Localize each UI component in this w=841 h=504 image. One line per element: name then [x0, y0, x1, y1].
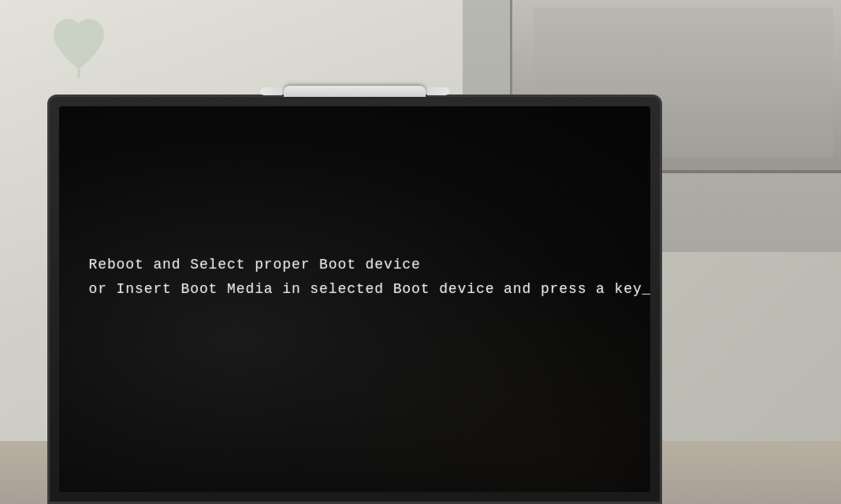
- monitor: Reboot and Select proper Boot device or …: [47, 94, 662, 504]
- boot-line-1: Reboot and Select proper Boot device: [89, 253, 651, 277]
- boot-line-2: or Insert Boot Media in selected Boot de…: [89, 277, 651, 302]
- monitor-screen: Reboot and Select proper Boot device or …: [59, 106, 650, 492]
- webcam-bar: [284, 86, 426, 97]
- boot-error-message: Reboot and Select proper Boot device or …: [89, 253, 651, 301]
- heart-decoration: [47, 16, 110, 79]
